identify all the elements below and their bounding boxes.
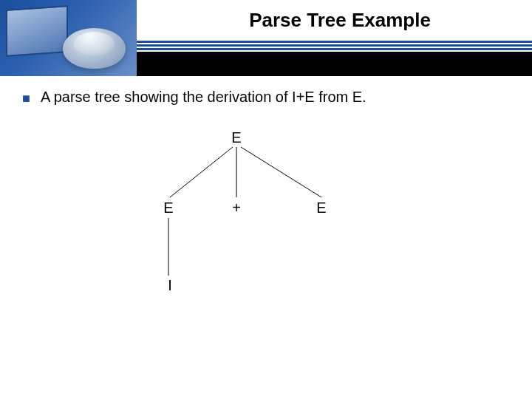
tree-node-right: E <box>314 200 329 216</box>
bullet-text: A parse tree showing the derivation of I… <box>41 89 366 106</box>
tree-node-leaf: I <box>163 277 177 294</box>
tree-node-root: E <box>229 129 244 146</box>
corner-image <box>0 0 137 76</box>
tree-node-left: E <box>161 200 176 216</box>
svg-line-2 <box>241 147 321 197</box>
svg-line-0 <box>170 147 233 197</box>
mouse-icon <box>74 32 115 55</box>
bullet-marker-icon: ■ <box>22 89 30 108</box>
slide-header: Parse Tree Example <box>0 0 532 78</box>
tree-node-mid: + <box>229 200 244 216</box>
parse-tree-diagram: E E + E I <box>148 129 384 351</box>
tree-edges <box>148 129 384 351</box>
slide-title: Parse Tree Example <box>249 9 431 32</box>
bullet-item: ■ A parse tree showing the derivation of… <box>22 89 510 108</box>
